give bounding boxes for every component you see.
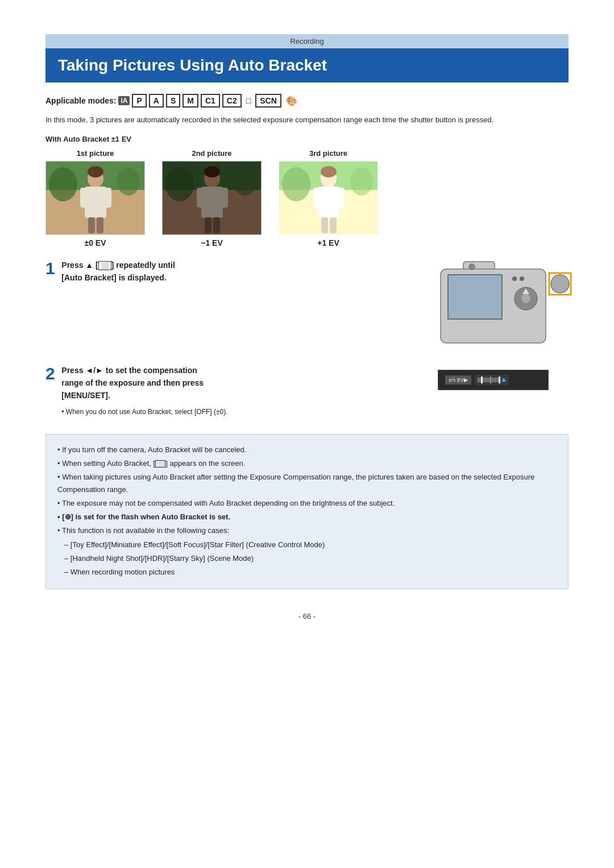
photo-2 [162, 161, 262, 235]
ev-tick [495, 378, 496, 382]
step2-instruction: Press ◄/► to set the compensationrange o… [61, 364, 409, 402]
svg-point-8 [88, 166, 103, 177]
bracket-icon-step1: ⬜ [98, 261, 111, 270]
ev-tick [478, 378, 479, 382]
note-5: [⊕] is set for the flash when Auto Brack… [57, 511, 557, 523]
ev-end-tick [499, 377, 500, 383]
mode-c1: C1 [201, 94, 220, 108]
ev-tick [483, 378, 484, 382]
picture-item-3: 3rd picture [279, 149, 378, 247]
picture-item-1: 1st picture [45, 149, 145, 247]
mode-s: S [166, 94, 180, 108]
svg-rect-37 [448, 275, 502, 319]
title-bar: Taking Pictures Using Auto Bracket [45, 48, 569, 82]
section-bar: Recording [45, 34, 569, 48]
mode-c2: C2 [222, 94, 242, 108]
ev-badge-left: ±½ EV▶ [445, 375, 471, 385]
ev-label-2: −1 EV [201, 238, 223, 247]
note-9: When recording motion pictures [57, 566, 557, 578]
svg-point-41 [521, 294, 530, 303]
mode-scn: SCN [255, 94, 281, 108]
svg-point-38 [512, 276, 517, 281]
mode-separator: □ [246, 96, 251, 105]
ev-scale [475, 375, 509, 385]
ev-tick [479, 378, 480, 382]
svg-point-44 [551, 275, 569, 293]
photo-3 [279, 161, 378, 235]
picture-label-3: 3rd picture [309, 149, 347, 158]
step2-right: ±½ EV▶ [438, 364, 569, 390]
note-8: [Handheld Night Shot]/[HDR]/[Starry Sky]… [57, 552, 557, 565]
description: In this mode, 3 pictures are automatical… [45, 114, 569, 126]
svg-rect-10 [97, 217, 103, 233]
ev-label-3: +1 EV [317, 238, 339, 247]
mode-m: M [182, 94, 198, 108]
step2-container: 2 Press ◄/► to set the compensationrange… [45, 364, 569, 417]
step2-number: 2 [45, 364, 55, 383]
page-number-text: - 66 - [298, 612, 316, 621]
ev-tick [490, 377, 491, 383]
note-6: This function is not available in the fo… [57, 524, 557, 537]
ev-center-tick [481, 377, 483, 383]
svg-rect-22 [163, 162, 262, 235]
page-title: Taking Pictures Using Auto Bracket [58, 56, 556, 75]
photo-3-svg [279, 162, 378, 235]
notes-section: If you turn off the camera, Auto Bracket… [45, 434, 569, 589]
picture-label-2: 2nd picture [192, 149, 231, 158]
step1-number: 1 [45, 259, 55, 278]
ev-marker-triangle [501, 378, 506, 382]
svg-point-3 [117, 167, 140, 196]
applicable-modes: Applicable modes: iA P A S M C1 C2 □ SCN… [45, 94, 569, 108]
page-number: - 66 - [45, 612, 569, 621]
bracket-title: With Auto Bracket ±1 EV [45, 135, 569, 143]
section-label: Recording [290, 37, 323, 46]
ev-label-1: ±0 EV [84, 238, 106, 247]
svg-rect-9 [88, 217, 95, 233]
step1-container: 1 Press ▲ [⬜] repeatedly until[Auto Brac… [45, 259, 569, 347]
page: Recording Taking Pictures Using Auto Bra… [0, 0, 614, 868]
step1-right [438, 259, 569, 347]
step1-body: Press ▲ [⬜] repeatedly until[Auto Bracke… [61, 259, 409, 289]
note-7: [Toy Effect]/[Miniature Effect]/[Soft Fo… [57, 539, 557, 551]
svg-rect-6 [80, 188, 89, 208]
ev-tick [487, 378, 488, 382]
step2-left: 2 Press ◄/► to set the compensationrange… [45, 364, 421, 417]
camera-diagram-step1 [438, 259, 574, 347]
picture-item-2: 2nd picture [162, 149, 262, 247]
svg-point-2 [49, 167, 77, 201]
photo-1 [45, 161, 145, 235]
mode-p: P [132, 94, 146, 108]
photo-2-svg [163, 162, 262, 235]
svg-rect-7 [103, 188, 111, 208]
note-1: If you turn off the camera, Auto Bracket… [57, 444, 557, 456]
note-2: When setting Auto Bracket, [⬜] appears o… [57, 457, 557, 470]
ev-tick [492, 378, 493, 382]
step2-body: Press ◄/► to set the compensationrange o… [61, 364, 409, 417]
picture-label-1: 1st picture [77, 149, 114, 158]
applicable-modes-label: Applicable modes: [45, 96, 116, 105]
note-3: When taking pictures using Auto Bracket … [57, 471, 557, 496]
note-4: The exposure may not be compensated with… [57, 497, 557, 510]
bracket-icon-note: ⬜ [155, 460, 165, 468]
ev-display: ±½ EV▶ [438, 370, 549, 390]
mode-creative: 🎨 [286, 96, 297, 106]
step1-instruction: Press ▲ [⬜] repeatedly until[Auto Bracke… [61, 259, 409, 284]
camera-svg-step1 [438, 259, 574, 347]
ev-tick [493, 378, 495, 382]
photo-1-svg [46, 162, 145, 235]
svg-point-39 [520, 276, 524, 281]
notes-list: If you turn off the camera, Auto Bracket… [57, 444, 557, 578]
ev-tick [485, 378, 486, 382]
bracket-section: With Auto Bracket ±1 EV 1st picture [45, 135, 569, 247]
mode-a: A [149, 94, 164, 108]
ev-tick [497, 378, 498, 382]
pictures-row: 1st picture [45, 149, 569, 247]
svg-rect-34 [279, 162, 378, 235]
ev-tick [488, 378, 489, 382]
step2-note: • When you do not use Auto Bracket, sele… [61, 407, 409, 417]
mode-ia: iA [118, 96, 130, 105]
svg-point-45 [469, 264, 475, 270]
step1-left: 1 Press ▲ [⬜] repeatedly until[Auto Brac… [45, 259, 421, 289]
